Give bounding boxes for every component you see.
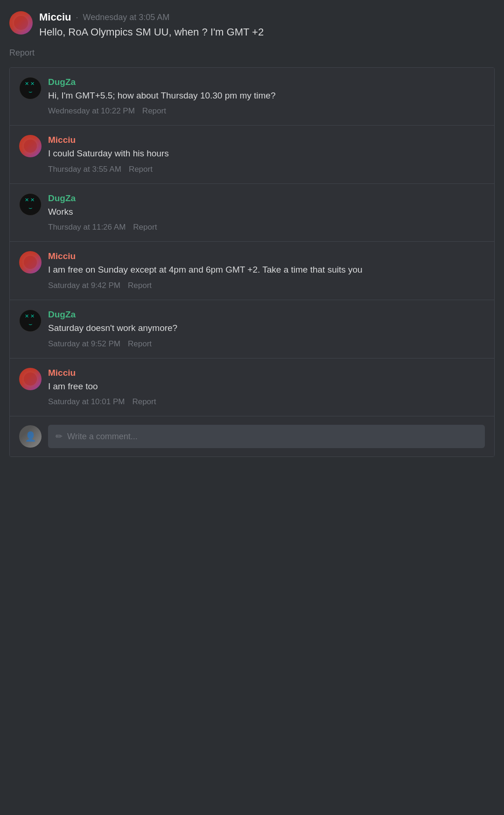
table-row: Micciu I am free on Sunday except at 4pm… <box>10 242 494 300</box>
comment-footer: Thursday at 11:26 AM Report <box>48 223 485 232</box>
original-post-content: Micciu · Wednesday at 3:05 AM Hello, RoA… <box>39 11 264 44</box>
comment-timestamp: Thursday at 3:55 AM <box>48 165 121 174</box>
comment-timestamp: Thursday at 11:26 AM <box>48 223 126 232</box>
report-link[interactable]: Report <box>129 165 153 174</box>
avatar-micciu <box>19 135 42 157</box>
comment-body: Micciu I could Saturday with his hours T… <box>48 135 485 174</box>
comment-footer: Wednesday at 10:22 PM Report <box>48 106 485 116</box>
comment-username: DugZa <box>48 309 485 320</box>
avatar-dugza: ✕✕ ⌣ <box>19 309 42 332</box>
pencil-icon: ✏ <box>56 431 63 442</box>
table-row: Micciu I could Saturday with his hours T… <box>10 126 494 184</box>
post-username: Micciu <box>39 11 71 23</box>
comment-body: DugZa Hi, I'm GMT+5.5; how about Thursda… <box>48 77 485 116</box>
comment-username: DugZa <box>48 193 485 204</box>
comment-input-area: ✏ Write a comment... <box>10 416 494 457</box>
report-link[interactable]: Report <box>133 223 157 232</box>
post-separator: · <box>76 13 78 22</box>
dugza-smile-icon: ⌣ <box>28 204 33 211</box>
table-row: ✕✕ ⌣ DugZa Saturday doesn't work anymore… <box>10 300 494 358</box>
post-timestamp: Wednesday at 3:05 AM <box>83 13 169 22</box>
comment-timestamp: Saturday at 9:42 PM <box>48 281 120 290</box>
avatar-micciu-main <box>9 11 33 35</box>
comment-footer: Saturday at 9:52 PM Report <box>48 339 485 349</box>
dugza-smile-icon: ⌣ <box>28 320 33 328</box>
main-report-link[interactable]: Report <box>9 48 35 58</box>
comment-body: Micciu I am free on Sunday except at 4pm… <box>48 251 485 290</box>
comment-body: DugZa Works Thursday at 11:26 AM Report <box>48 193 485 232</box>
comment-username: Micciu <box>48 251 485 261</box>
comment-body: Micciu I am free too Saturday at 10:01 P… <box>48 368 485 407</box>
dugza-eyes-icon: ✕✕ <box>25 313 36 319</box>
dugza-avatar-inner: ✕✕ ⌣ <box>25 313 36 328</box>
dugza-avatar-inner: ✕✕ ⌣ <box>25 197 36 211</box>
comment-timestamp: Wednesday at 10:22 PM <box>48 106 135 116</box>
comment-username: Micciu <box>48 135 485 145</box>
comment-placeholder: Write a comment... <box>67 432 138 442</box>
avatar-dugza: ✕✕ ⌣ <box>19 77 42 99</box>
post-text: Hello, RoA Olympics SM UU, when ? I'm GM… <box>39 25 264 40</box>
report-link[interactable]: Report <box>132 397 156 407</box>
table-row: Micciu I am free too Saturday at 10:01 P… <box>10 358 494 417</box>
comment-username: Micciu <box>48 368 485 378</box>
avatar-dugza: ✕✕ ⌣ <box>19 193 42 216</box>
comment-timestamp: Saturday at 9:52 PM <box>48 339 120 349</box>
comment-footer: Saturday at 10:01 PM Report <box>48 397 485 407</box>
comment-text: I am free too <box>48 380 485 393</box>
comments-container: ✕✕ ⌣ DugZa Hi, I'm GMT+5.5; how about Th… <box>9 67 495 457</box>
dugza-smile-icon: ⌣ <box>28 88 33 95</box>
comment-username: DugZa <box>48 77 485 87</box>
avatar-micciu <box>19 251 42 274</box>
comment-text: I am free on Sunday except at 4pm and 6p… <box>48 263 485 276</box>
comment-footer: Saturday at 9:42 PM Report <box>48 281 485 290</box>
comment-text: Hi, I'm GMT+5.5; how about Thursday 10.3… <box>48 89 485 102</box>
avatar-current-user <box>19 425 42 448</box>
comment-timestamp: Saturday at 10:01 PM <box>48 397 125 407</box>
dugza-eyes-icon: ✕✕ <box>25 81 36 87</box>
table-row: ✕✕ ⌣ DugZa Hi, I'm GMT+5.5; how about Th… <box>10 68 494 126</box>
table-row: ✕✕ ⌣ DugZa Works Thursday at 11:26 AM Re… <box>10 184 494 242</box>
dugza-avatar-inner: ✕✕ ⌣ <box>25 81 36 95</box>
comment-text: I could Saturday with his hours <box>48 147 485 160</box>
report-link[interactable]: Report <box>142 106 166 116</box>
comment-text: Works <box>48 205 485 218</box>
comment-footer: Thursday at 3:55 AM Report <box>48 165 485 174</box>
avatar-micciu <box>19 368 42 390</box>
report-link[interactable]: Report <box>128 281 152 290</box>
comment-input-box[interactable]: ✏ Write a comment... <box>48 425 485 448</box>
comment-text: Saturday doesn't work anymore? <box>48 322 485 335</box>
comment-body: DugZa Saturday doesn't work anymore? Sat… <box>48 309 485 349</box>
post-header: Micciu · Wednesday at 3:05 AM <box>39 11 264 23</box>
report-link[interactable]: Report <box>128 339 152 349</box>
dugza-eyes-icon: ✕✕ <box>25 197 36 203</box>
original-post: Micciu · Wednesday at 3:05 AM Hello, RoA… <box>9 11 495 44</box>
